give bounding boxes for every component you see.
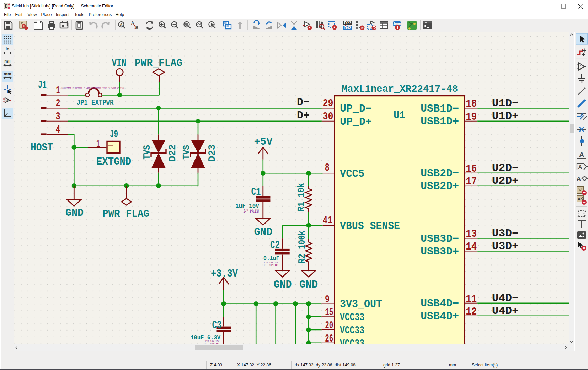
svg-text:14: 14 bbox=[466, 241, 477, 253]
svg-text:41: 41 bbox=[323, 214, 332, 226]
svg-text:11: 11 bbox=[466, 293, 477, 305]
svg-text:UP_D−: UP_D− bbox=[340, 103, 372, 115]
svg-text:R1 10k: R1 10k bbox=[296, 183, 307, 211]
svg-text:VCC33: VCC33 bbox=[340, 338, 364, 344]
svg-text:U1: U1 bbox=[394, 109, 405, 122]
svg-text:16: 16 bbox=[466, 163, 477, 175]
svg-text:A: A bbox=[577, 176, 581, 182]
svg-text:J9: J9 bbox=[110, 129, 118, 140]
svg-text:17: 17 bbox=[466, 176, 477, 188]
svg-text:A: A bbox=[578, 164, 582, 170]
svg-text:+3.3V: +3.3V bbox=[211, 268, 238, 280]
svg-text:2: 2 bbox=[56, 97, 60, 109]
svg-text:TVS: TVS bbox=[181, 145, 192, 160]
svg-text:VCC33: VCC33 bbox=[340, 325, 364, 337]
svg-text:-: - bbox=[580, 64, 581, 67]
svg-text:1: 1 bbox=[56, 84, 60, 96]
svg-text:R2 100k: R2 100k bbox=[296, 230, 308, 263]
svg-text:15: 15 bbox=[325, 306, 333, 318]
svg-text:USB1D−: USB1D− bbox=[421, 103, 459, 115]
svg-text:JP1 EXTPWR: JP1 EXTPWR bbox=[77, 98, 114, 107]
svg-text:29: 29 bbox=[323, 97, 333, 109]
svg-text:13: 13 bbox=[466, 228, 477, 240]
svg-text:C3: C3 bbox=[212, 320, 221, 331]
svg-text:C1: C1 bbox=[251, 186, 261, 198]
svg-text:VIN: VIN bbox=[112, 57, 127, 69]
svg-text:J1: J1 bbox=[38, 79, 47, 91]
svg-text:U4D+: U4D+ bbox=[492, 305, 519, 317]
svg-text:18: 18 bbox=[466, 98, 477, 110]
svg-text:B: B bbox=[135, 25, 139, 30]
svg-text:4: 4 bbox=[56, 124, 60, 136]
svg-text:20: 20 bbox=[325, 320, 333, 332]
svg-text:GND: GND bbox=[273, 279, 292, 291]
svg-text:USB3D+: USB3D+ bbox=[421, 246, 459, 258]
svg-text:+: + bbox=[6, 99, 8, 102]
svg-text:A: A bbox=[578, 197, 581, 201]
svg-text:D23: D23 bbox=[207, 144, 218, 162]
svg-text:U2D+: U2D+ bbox=[492, 175, 519, 187]
svg-text:mm: mm bbox=[4, 71, 11, 76]
svg-text:9: 9 bbox=[325, 294, 330, 306]
svg-text:12: 12 bbox=[466, 306, 477, 318]
svg-text:mil: mil bbox=[4, 59, 10, 64]
svg-text:26: 26 bbox=[325, 333, 333, 345]
svg-text:USB2D−: USB2D− bbox=[421, 168, 459, 179]
svg-text:HOST: HOST bbox=[31, 142, 53, 154]
svg-text:TVS: TVS bbox=[141, 145, 153, 160]
svg-text:EXTGND: EXTGND bbox=[96, 156, 131, 168]
svg-text:R??: R?? bbox=[344, 21, 351, 25]
svg-text:1: 1 bbox=[96, 138, 100, 150]
svg-text:U1D−: U1D− bbox=[492, 98, 519, 109]
svg-text:C 1608: C 1608 bbox=[244, 211, 259, 214]
svg-text:19: 19 bbox=[466, 111, 477, 123]
svg-text:C 1608: C 1608 bbox=[264, 264, 278, 267]
svg-text:D−: D− bbox=[297, 97, 310, 108]
svg-text:USB1D+: USB1D+ bbox=[421, 116, 459, 128]
svg-text:3V3_OUT: 3V3_OUT bbox=[340, 299, 382, 310]
svg-text:GND: GND bbox=[65, 207, 84, 219]
svg-text:PWR_FLAG: PWR_FLAG bbox=[102, 208, 149, 220]
svg-text:D+: D+ bbox=[297, 110, 310, 122]
svg-text:U1D+: U1D+ bbox=[492, 111, 519, 122]
svg-text:D22: D22 bbox=[167, 144, 178, 162]
svg-text:8: 8 bbox=[325, 162, 330, 174]
svg-text:U3D+: U3D+ bbox=[492, 241, 519, 252]
svg-text:USB4D−: USB4D− bbox=[421, 298, 459, 310]
svg-text:UP_D+: UP_D+ bbox=[340, 116, 372, 128]
svg-text:A: A bbox=[120, 22, 123, 27]
svg-text:3: 3 bbox=[56, 111, 60, 123]
svg-text:VCC33: VCC33 bbox=[340, 312, 364, 323]
svg-text:A: A bbox=[131, 21, 134, 26]
svg-text:GND: GND bbox=[299, 279, 318, 291]
svg-text:+5V: +5V bbox=[254, 136, 273, 148]
svg-text:C2: C2 bbox=[270, 240, 280, 251]
svg-text:USB3D−: USB3D− bbox=[421, 233, 459, 245]
svg-text:U4D−: U4D− bbox=[492, 293, 519, 304]
svg-text:R42: R42 bbox=[344, 26, 351, 30]
svg-text:+: + bbox=[580, 67, 582, 70]
svg-text:USB4D+: USB4D+ bbox=[421, 311, 459, 322]
svg-text:U3D−: U3D− bbox=[492, 228, 519, 240]
svg-text:U2D−: U2D− bbox=[492, 162, 519, 174]
svg-text:PWR_FLAG: PWR_FLAG bbox=[135, 57, 182, 69]
svg-text:A: A bbox=[579, 151, 584, 158]
svg-text:30: 30 bbox=[323, 111, 333, 123]
svg-text:VBUS_SENSE: VBUS_SENSE bbox=[340, 220, 400, 232]
svg-text:VCC5: VCC5 bbox=[340, 168, 364, 180]
svg-text:in: in bbox=[6, 47, 10, 52]
svg-text:USB2D+: USB2D+ bbox=[421, 181, 459, 192]
svg-text:MaxLinear_XR22417-48: MaxLinear_XR22417-48 bbox=[342, 84, 458, 95]
svg-text:Connector_PinHeader_2.54mm:Pin: Connector_PinHeader_2.54mm:PinHeader_1x0… bbox=[62, 87, 126, 90]
svg-text:GND: GND bbox=[254, 226, 273, 238]
